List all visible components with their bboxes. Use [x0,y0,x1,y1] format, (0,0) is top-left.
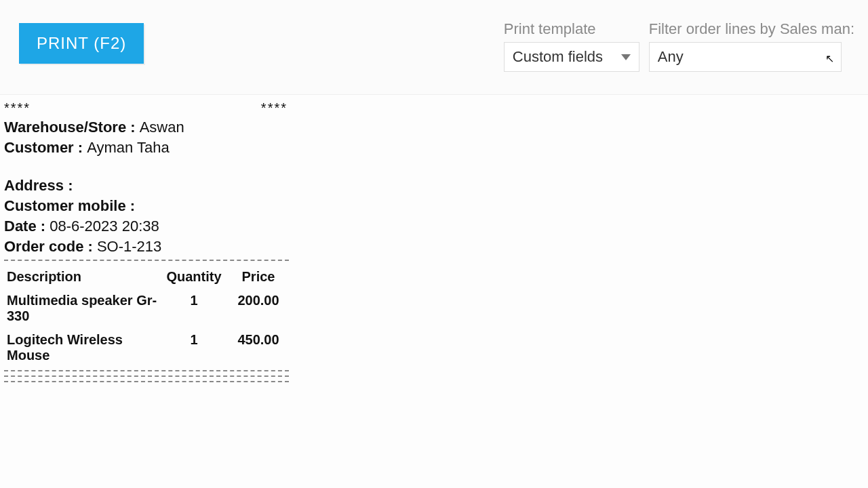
customer-label: Customer : [4,139,87,156]
date-value: 08-6-2023 20:38 [50,218,159,235]
item-description: Logitech Wireless Mouse [4,328,160,367]
address-label: Address : [4,177,73,194]
dashed-divider [4,381,289,382]
print-button[interactable]: PRINT (F2) [19,23,144,64]
item-quantity: 1 [160,289,228,328]
col-quantity: Quantity [160,265,228,289]
cursor-icon: ↖ [825,52,834,65]
order-label: Order code : [4,238,97,255]
dashed-divider [4,260,289,261]
warehouse-label: Warehouse/Store : [4,119,140,136]
col-description: Description [4,265,160,289]
table-row: Multimedia speaker Gr-330 1 200.00 [4,289,289,328]
toolbar-right: Print template Custom fields Filter orde… [504,20,854,72]
item-price: 200.00 [228,289,289,328]
salesman-filter-label: Filter order lines by Sales man: [649,20,854,38]
salesman-filter-value: Any [658,48,684,66]
mobile-label: Customer mobile : [4,197,135,214]
dashed-divider [4,375,289,377]
print-template-label: Print template [504,20,639,38]
date-label: Date : [4,218,50,235]
mobile-line: Customer mobile : [4,197,289,215]
customer-value: Ayman Taha [87,139,170,156]
date-line: Date : 08-6-2023 20:38 [4,218,289,235]
toolbar: PRINT (F2) Print template Custom fields … [0,0,868,95]
stars-left: **** [4,100,31,116]
warehouse-line: Warehouse/Store : Aswan [4,119,289,136]
item-description: Multimedia speaker Gr-330 [4,289,160,328]
print-template-value: Custom fields [513,48,603,66]
order-value: SO-1-213 [97,238,161,255]
receipt-preview: **** **** Warehouse/Store : Aswan Custom… [0,95,293,382]
print-template-field: Print template Custom fields [504,20,639,72]
col-price: Price [228,265,289,289]
table-row: Logitech Wireless Mouse 1 450.00 [4,328,289,367]
dashed-divider [4,370,289,371]
warehouse-value: Aswan [140,119,184,136]
items-table: Description Quantity Price Multimedia sp… [4,265,289,367]
table-header-row: Description Quantity Price [4,265,289,289]
salesman-filter-select[interactable]: Any ↖ [649,42,842,72]
address-line: Address : [4,177,289,195]
item-price: 450.00 [228,328,289,367]
chevron-down-icon [621,54,631,60]
print-template-select[interactable]: Custom fields [504,42,639,72]
customer-line: Customer : Ayman Taha [4,139,289,157]
item-quantity: 1 [160,328,228,367]
stars-row: **** **** [4,100,289,116]
order-line: Order code : SO-1-213 [4,238,289,256]
stars-right: **** [261,100,289,116]
salesman-filter-field: Filter order lines by Sales man: Any ↖ [649,20,854,72]
